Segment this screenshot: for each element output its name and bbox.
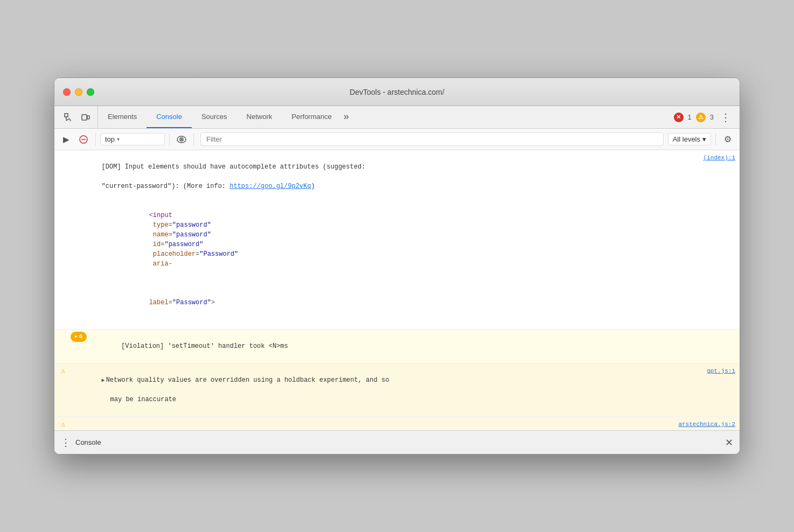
context-arrow-icon: ▾ xyxy=(117,136,120,142)
separator-4 xyxy=(715,133,716,146)
level-selector[interactable]: All levels ▾ xyxy=(668,133,711,145)
minimize-button[interactable] xyxy=(75,88,82,96)
close-button[interactable] xyxy=(63,88,71,96)
tab-console[interactable]: Console xyxy=(147,106,192,128)
console-toolbar: ▶ top ▾ All levels ▾ ⚙ xyxy=(54,129,740,150)
entry-cne-source[interactable]: arstechnica.js:2 xyxy=(678,420,735,429)
entry-network-quality-source[interactable]: gpt.js:1 xyxy=(707,367,735,376)
error-badge: ✕ xyxy=(674,113,684,122)
bottom-label: Console xyxy=(75,438,101,446)
maximize-button[interactable] xyxy=(87,88,94,96)
entry-cne-content: ▶CNE Player: no interlude for "" ("Avail… xyxy=(71,419,675,430)
title-bar: DevTools - arstechnica.com/ xyxy=(54,78,740,106)
warning-badge: ⚠ xyxy=(696,113,706,122)
violation-icon xyxy=(59,333,67,341)
bottom-menu-icon[interactable]: ⋮ xyxy=(61,437,71,449)
tab-bar: Elements Console Sources Network Perform… xyxy=(54,106,740,129)
tab-elements[interactable]: Elements xyxy=(98,106,147,128)
warning-icon-1: ⚠ xyxy=(59,367,67,375)
error-count: 1 xyxy=(688,113,692,121)
settings-gear-icon[interactable]: ⚙ xyxy=(720,132,735,147)
separator-3 xyxy=(193,133,194,146)
svg-line-3 xyxy=(69,118,71,121)
console-entry-dom: [DOM] Input elements should have autocom… xyxy=(54,150,740,330)
inspect-element-icon[interactable] xyxy=(61,110,76,125)
tab-performance[interactable]: Performance xyxy=(282,106,341,128)
console-content: [DOM] Input elements should have autocom… xyxy=(54,150,740,430)
svg-point-10 xyxy=(181,138,183,140)
tabs: Elements Console Sources Network Perform… xyxy=(98,106,670,128)
eye-icon-button[interactable] xyxy=(174,132,189,147)
svg-rect-4 xyxy=(82,115,87,120)
bottom-close-button[interactable]: ✕ xyxy=(725,437,733,449)
warning-count: 3 xyxy=(710,113,714,121)
window-title: DevTools - arstechnica.com/ xyxy=(350,88,444,96)
filter-input[interactable] xyxy=(200,132,664,146)
traffic-lights xyxy=(63,88,94,96)
dom-info-link[interactable]: https://goo.gl/9p2vKq xyxy=(229,183,311,190)
tab-bar-tools xyxy=(57,106,98,128)
tab-network[interactable]: Network xyxy=(237,106,282,128)
tab-sources[interactable]: Sources xyxy=(192,106,237,128)
console-entry-settimeout: ▶ 6 [Violation] 'setTimeout' handler too… xyxy=(54,330,740,363)
console-entry-network-quality: ⚠ ▶Network quality values are overridden… xyxy=(54,363,740,417)
svg-rect-5 xyxy=(87,116,89,119)
bottom-bar: ⋮ Console ✕ xyxy=(54,430,740,454)
clear-console-button[interactable] xyxy=(76,132,91,147)
execute-button[interactable]: ▶ xyxy=(59,132,74,147)
console-entry-cne-player: ⚠ ▶CNE Player: no interlude for "" ("Ava… xyxy=(54,417,740,430)
entry-settimeout-content: [Violation] 'setTimeout' handler took <N… xyxy=(90,332,735,361)
warning-icon-2: ⚠ xyxy=(59,420,67,429)
entry-dom-source[interactable]: (index):1 xyxy=(704,153,735,163)
device-toggle-icon[interactable] xyxy=(78,110,93,125)
entry-network-quality-content: ▶Network quality values are overridden u… xyxy=(71,366,704,414)
devtools-window: DevTools - arstechnica.com/ El xyxy=(54,78,740,454)
entry-dom-content: [DOM] Input elements should have autocom… xyxy=(71,152,700,327)
separator-1 xyxy=(95,133,96,146)
svg-rect-0 xyxy=(65,114,68,117)
violation-badge-6[interactable]: ▶ 6 xyxy=(71,332,87,342)
separator-2 xyxy=(169,133,170,146)
more-tabs-button[interactable]: » xyxy=(342,106,351,128)
devtools-menu-icon[interactable]: ⋮ xyxy=(718,111,733,124)
info-icon xyxy=(59,153,67,162)
context-selector[interactable]: top ▾ xyxy=(100,133,165,145)
tab-bar-right: ✕ 1 ⚠ 3 ⋮ xyxy=(670,106,737,128)
svg-line-2 xyxy=(66,118,69,121)
